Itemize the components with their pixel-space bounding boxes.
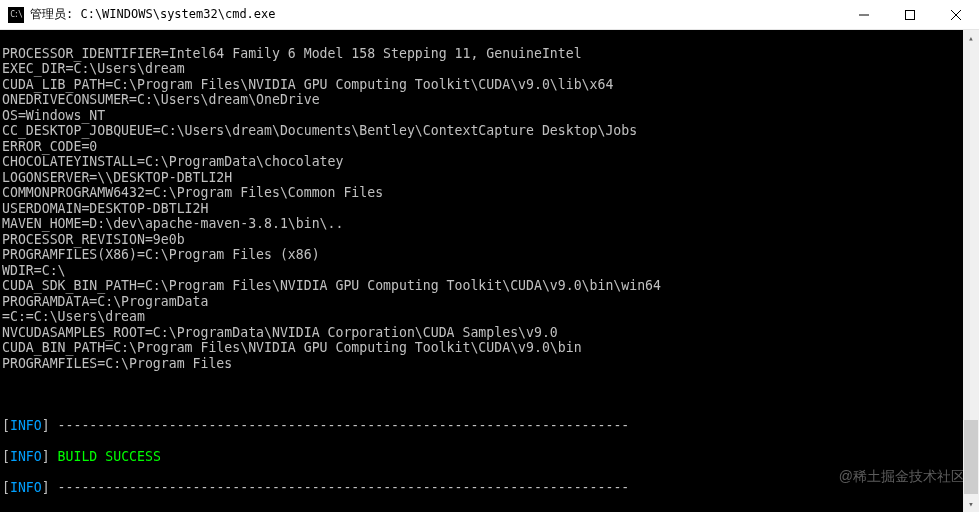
env-line: CHOCOLATEYINSTALL=C:\ProgramData\chocola… (2, 154, 977, 170)
env-line: MAVEN_HOME=D:\dev\apache-maven-3.8.1\bin… (2, 216, 977, 232)
env-vars-block: PROCESSOR_IDENTIFIER=Intel64 Family 6 Mo… (2, 46, 977, 372)
env-line: CUDA_SDK_BIN_PATH=C:\Program Files\NVIDI… (2, 278, 977, 294)
scroll-down-button[interactable]: ▾ (963, 496, 979, 512)
env-line: LOGONSERVER=\\DESKTOP-DBTLI2H (2, 170, 977, 186)
maximize-button[interactable] (887, 0, 933, 29)
env-line: EXEC_DIR=C:\Users\dream (2, 61, 977, 77)
env-line: WDIR=C:\ (2, 263, 977, 279)
maven-sep-mid: [INFO] ---------------------------------… (2, 480, 977, 496)
env-line: PROCESSOR_IDENTIFIER=Intel64 Family 6 Mo… (2, 46, 977, 62)
env-line: CUDA_LIB_PATH=C:\Program Files\NVIDIA GP… (2, 77, 977, 93)
vertical-scrollbar[interactable]: ▴ ▾ (963, 30, 979, 512)
scroll-up-button[interactable]: ▴ (963, 30, 979, 46)
blank-line (2, 387, 977, 403)
maven-build-success: [INFO] BUILD SUCCESS (2, 449, 977, 465)
window-titlebar: C:\ 管理员: C:\WINDOWS\system32\cmd.exe (0, 0, 979, 30)
scrollbar-thumb[interactable] (964, 420, 978, 494)
env-line: COMMONPROGRAMW6432=C:\Program Files\Comm… (2, 185, 977, 201)
watermark: @稀土掘金技术社区 (839, 469, 965, 485)
env-line: CUDA_BIN_PATH=C:\Program Files\NVIDIA GP… (2, 340, 977, 356)
minimize-button[interactable] (841, 0, 887, 29)
env-line: PROGRAMDATA=C:\ProgramData (2, 294, 977, 310)
svg-rect-1 (906, 10, 915, 19)
window-controls (841, 0, 979, 29)
terminal-output[interactable]: PROCESSOR_IDENTIFIER=Intel64 Family 6 Mo… (0, 30, 979, 512)
env-line: ONEDRIVECONSUMER=C:\Users\dream\OneDrive (2, 92, 977, 108)
maven-sep-top: [INFO] ---------------------------------… (2, 418, 977, 434)
env-line: ERROR_CODE=0 (2, 139, 977, 155)
env-line: PROGRAMFILES=C:\Program Files (2, 356, 977, 372)
window-title: 管理员: C:\WINDOWS\system32\cmd.exe (30, 6, 841, 23)
env-line: PROCESSOR_REVISION=9e0b (2, 232, 977, 248)
cmd-icon: C:\ (8, 7, 24, 23)
env-line: PROGRAMFILES(X86)=C:\Program Files (x86) (2, 247, 977, 263)
env-line: USERDOMAIN=DESKTOP-DBTLI2H (2, 201, 977, 217)
env-line: NVCUDASAMPLES_ROOT=C:\ProgramData\NVIDIA… (2, 325, 977, 341)
env-line: =C:=C:\Users\dream (2, 309, 977, 325)
close-button[interactable] (933, 0, 979, 29)
env-line: OS=Windows_NT (2, 108, 977, 124)
env-line: CC_DESKTOP_JOBQUEUE=C:\Users\dream\Docum… (2, 123, 977, 139)
